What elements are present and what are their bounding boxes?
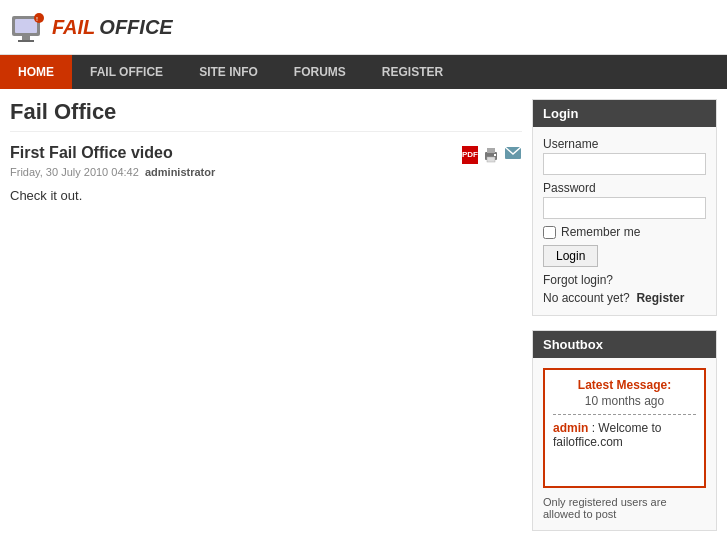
nav-siteinfo[interactable]: SITE INFO: [181, 55, 276, 89]
no-account-text: No account yet?: [543, 291, 630, 305]
nav-forums[interactable]: FORUMS: [276, 55, 364, 89]
main-content: Fail Office PDF: [10, 99, 522, 545]
shoutbox-body: Latest Message: 10 months ago admin : We…: [533, 358, 716, 530]
article: PDF: [10, 144, 522, 203]
main-nav: HOME FAIL OFFICE SITE INFO FORUMS REGIST…: [0, 55, 727, 89]
logo-icon: !: [10, 8, 48, 46]
nav-failoffice[interactable]: FAIL OFFICE: [72, 55, 181, 89]
logo[interactable]: ! FAILOFFICE: [10, 8, 173, 46]
svg-rect-9: [494, 154, 496, 156]
forgot-link[interactable]: Forgot login?: [543, 273, 706, 287]
sidebar: Login Username Password Remember me Logi…: [532, 99, 717, 545]
article-date: Friday, 30 July 2010 04:42: [10, 166, 139, 178]
pdf-icon[interactable]: PDF: [462, 146, 478, 164]
login-body: Username Password Remember me Login Forg…: [533, 127, 716, 315]
no-account-row: No account yet? Register: [543, 291, 706, 305]
register-link[interactable]: Register: [636, 291, 684, 305]
password-label: Password: [543, 181, 706, 195]
shoutbox-header: Shoutbox: [533, 331, 716, 358]
shoutbox-section: Shoutbox Latest Message: 10 months ago a…: [532, 330, 717, 531]
article-body: Check it out.: [10, 188, 522, 203]
shoutbox-inner: Latest Message: 10 months ago admin : We…: [543, 368, 706, 488]
shoutbox-time: 10 months ago: [553, 394, 696, 408]
article-meta: Friday, 30 July 2010 04:42 administrator: [10, 166, 522, 178]
email-icon[interactable]: [504, 146, 522, 167]
site-header: ! FAILOFFICE: [0, 0, 727, 55]
remember-label: Remember me: [561, 225, 640, 239]
nav-register[interactable]: REGISTER: [364, 55, 461, 89]
svg-text:!: !: [36, 16, 38, 22]
shoutbox-author: admin: [553, 421, 588, 435]
print-icon[interactable]: [482, 146, 500, 167]
shoutbox-latest-label: Latest Message:: [553, 378, 696, 392]
content-wrapper: Fail Office PDF: [0, 89, 727, 545]
shoutbox-divider: [553, 414, 696, 415]
svg-rect-2: [22, 36, 30, 40]
remember-checkbox[interactable]: [543, 226, 556, 239]
page-title: Fail Office: [10, 99, 522, 132]
remember-row: Remember me: [543, 225, 706, 239]
shoutbox-message: admin : Welcome to failoffice.com: [553, 421, 696, 449]
login-section: Login Username Password Remember me Logi…: [532, 99, 717, 316]
logo-office: OFFICE: [99, 16, 172, 39]
svg-rect-8: [487, 157, 495, 162]
login-header: Login: [533, 100, 716, 127]
svg-rect-1: [15, 19, 37, 33]
article-author: administrator: [145, 166, 215, 178]
article-title: First Fail Office video: [10, 144, 522, 162]
username-input[interactable]: [543, 153, 706, 175]
svg-rect-3: [18, 40, 34, 42]
nav-home[interactable]: HOME: [0, 55, 72, 89]
shoutbox-note: Only registered users are allowed to pos…: [543, 496, 706, 520]
svg-rect-7: [487, 148, 495, 153]
logo-fail: FAIL: [52, 16, 95, 39]
username-label: Username: [543, 137, 706, 151]
password-input[interactable]: [543, 197, 706, 219]
login-button[interactable]: Login: [543, 245, 598, 267]
